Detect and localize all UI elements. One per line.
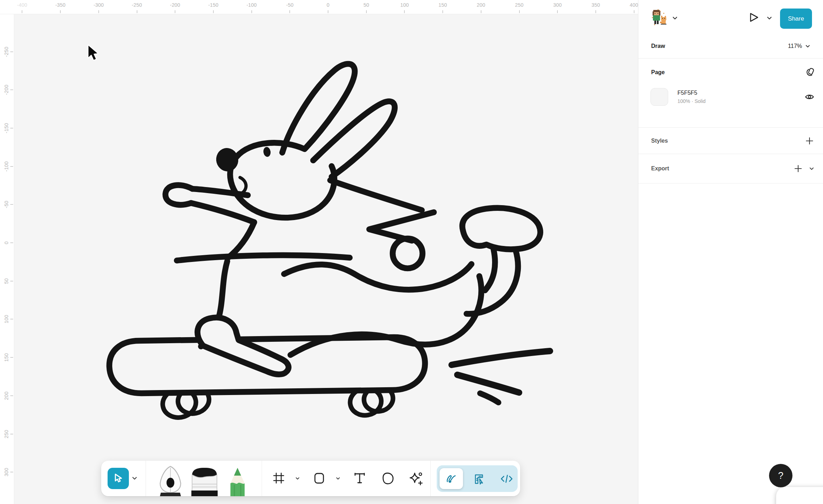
ai-sparkle-tool-button[interactable] [409, 472, 424, 486]
left-ruler[interactable]: -250-200-150-100-50050100150200250300 [0, 14, 14, 504]
toolbar-divider [146, 461, 146, 496]
select-tool-chevron-icon[interactable] [131, 475, 138, 482]
share-button[interactable]: Share [780, 9, 812, 29]
frame-tool-button[interactable] [273, 472, 285, 484]
help-button[interactable]: ? [769, 464, 792, 487]
select-tool-button[interactable] [108, 468, 129, 489]
chevron-down-icon [808, 165, 815, 172]
ruler-tick [10, 166, 13, 167]
ruler-tick [137, 10, 137, 13]
panel-divider [638, 58, 823, 59]
ruler-label: -100 [246, 2, 257, 8]
avatar-chevron-icon[interactable] [671, 14, 679, 22]
rabbit-skateboard-drawing[interactable] [109, 64, 550, 421]
ruler-tick [328, 10, 328, 13]
ruler-tick [10, 128, 13, 128]
color-opacity-blend: 100% · Solid [677, 98, 705, 104]
ruler-tick [289, 10, 290, 13]
ruler-label: -50 [286, 2, 294, 8]
ruler-tick [10, 89, 13, 90]
frame-tool-chevron-icon[interactable] [294, 475, 301, 482]
ruler-tick [366, 10, 367, 13]
add-style-button[interactable] [803, 135, 816, 147]
ruler-tick [10, 395, 13, 396]
draw-mode-icon[interactable] [446, 474, 457, 484]
ruler-label: -150 [208, 2, 218, 8]
ruler-label: -400 [17, 2, 27, 8]
color-swatch[interactable] [650, 88, 668, 106]
toolbar [101, 461, 520, 496]
panel-divider [638, 127, 823, 128]
ruler-tick [519, 10, 520, 13]
ruler-tick [98, 10, 99, 13]
panel-top-row: Share [638, 0, 823, 34]
shape-tool-button[interactable] [313, 472, 325, 484]
ruler-tick [595, 10, 596, 13]
corner-sheet [776, 487, 823, 504]
ruler-tick [60, 10, 61, 13]
ruler-tick [10, 281, 13, 281]
visibility-button[interactable] [803, 91, 816, 103]
add-export-button[interactable] [792, 163, 804, 175]
panel-divider [638, 183, 823, 183]
play-icon[interactable] [748, 11, 760, 23]
rabbit-boot [462, 208, 540, 249]
plus-icon [805, 136, 814, 146]
ruler-label: 50 [364, 2, 369, 8]
ruler-tick [175, 10, 175, 13]
ruler-tick [481, 10, 481, 13]
ruler-tick [10, 319, 13, 319]
ruler-tick [251, 10, 252, 13]
marker-tool-button[interactable] [189, 467, 220, 496]
page-section-header: Page [638, 63, 823, 82]
export-title: Export [651, 165, 669, 172]
text-tool-button[interactable] [353, 472, 366, 484]
ruler-label: 400 [630, 2, 638, 8]
ruler-tick [10, 357, 13, 358]
page-title: Page [651, 69, 665, 76]
code-mode-icon[interactable] [501, 474, 513, 484]
ruler-label: 150 [438, 2, 447, 8]
swatch-book-button[interactable] [803, 66, 816, 78]
shape-tool-chevron-icon[interactable] [334, 475, 342, 482]
play-chevron-icon[interactable] [765, 14, 773, 22]
avatar[interactable] [649, 8, 669, 28]
ruler-label: -250 [132, 2, 142, 8]
pencil-tool-button[interactable] [228, 468, 247, 496]
export-section-header: Export [638, 155, 823, 182]
mode-label: Draw [651, 43, 665, 49]
ruler-label: 0 [327, 2, 329, 8]
toolbar-divider [262, 461, 262, 496]
page-color-row[interactable]: F5F5F5 100% · Solid [638, 87, 823, 107]
ruler-label: 250 [515, 2, 524, 8]
color-hex-value[interactable]: F5F5F5 [677, 90, 705, 96]
mode-segment [437, 465, 518, 492]
ruler-tick [213, 10, 214, 13]
ruler-label: -200 [170, 2, 180, 8]
mode-row: Draw 117% [638, 34, 823, 58]
ruler-tick [10, 434, 13, 434]
top-ruler[interactable]: -400-350-300-250-200-150-100-50050100150… [0, 0, 638, 14]
pen-tool-button[interactable] [157, 466, 184, 496]
avatar-cat [660, 16, 666, 24]
bubble-tool-button[interactable] [382, 472, 394, 485]
question-icon: ? [778, 470, 783, 481]
zoom-chevron-icon [804, 43, 811, 50]
zoom-menu[interactable]: 117% [788, 43, 811, 50]
ruler-tick [557, 10, 558, 13]
ruler-tick [442, 10, 443, 13]
swatch-book-icon [805, 67, 814, 77]
panel-divider [638, 154, 823, 154]
eye-icon [805, 92, 814, 102]
ruler-tick [22, 10, 22, 13]
select-cursor-icon [113, 473, 124, 484]
toolbar-divider [430, 461, 431, 496]
design-mode-icon[interactable] [474, 474, 485, 484]
ruler-tick [10, 472, 13, 472]
ruler-label: -300 [93, 2, 104, 8]
export-options-button[interactable] [806, 163, 818, 175]
ruler-label: -350 [55, 2, 66, 8]
ruler-label: 350 [592, 2, 600, 8]
zoom-value: 117% [788, 43, 802, 49]
ruler-tick [10, 51, 13, 52]
